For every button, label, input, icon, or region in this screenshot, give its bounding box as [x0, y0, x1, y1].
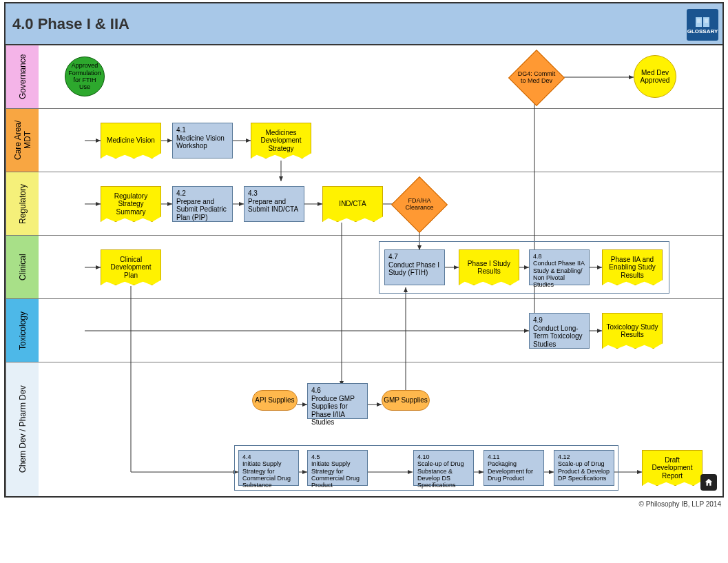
- node-medicine-vision: Medicine Vision: [101, 123, 161, 158]
- node-4-10: 4.10 Scale-up of Drug Substance & Develo…: [413, 450, 474, 486]
- glossary-button[interactable]: GLOSSARY: [687, 9, 718, 41]
- swimlane-diagram: 4.0 Phase I & IIA GLOSSARY: [4, 2, 724, 498]
- lane-toxicology: Toxicology 4.9 Conduct Long-Term Toxicol…: [6, 298, 722, 362]
- lane-label-chem-dev: Chem Dev / Pharm Dev: [6, 362, 39, 496]
- node-api-supplies: API Supplies: [252, 390, 298, 411]
- node-4-8: 4.8 Conduct Phase IIA Study & Enabling/ …: [529, 249, 590, 285]
- lane-label-toxicology: Toxicology: [6, 299, 39, 362]
- node-med-dev-approved: Med Dev Approved: [634, 55, 676, 98]
- diagram-title: 4.0 Phase I & IIA: [12, 15, 129, 33]
- lane-chem-dev: Chem Dev / Pharm Dev API Supplies 4.6 Pr…: [6, 362, 722, 496]
- glossary-label: GLOSSARY: [687, 28, 718, 34]
- node-4-5: 4.5 Initiate Supply Strategy for Commerc…: [307, 450, 368, 486]
- node-ind-cta: IND/CTA: [322, 186, 383, 222]
- home-button[interactable]: [700, 474, 717, 491]
- node-reg-strategy-summary: Regulatory Strategy Summary: [101, 186, 161, 222]
- lane-regulatory: Regulatory Regulatory Strategy Summary 4…: [6, 172, 722, 235]
- lane-care-area: Care Area/ MDT Medicine Vision 4.1 Medic…: [6, 108, 722, 172]
- node-medicines-dev-strategy: Medicines Development Strategy: [251, 123, 311, 158]
- lane-clinical: Clinical Clinical Development Plan 4.7 C…: [6, 235, 722, 298]
- lane-governance: Governance Approved Formulation for FTIH…: [6, 45, 722, 108]
- node-draft-dev-report: Draft Development Report: [642, 450, 703, 486]
- node-clinical-dev-plan: Clinical Development Plan: [101, 249, 161, 285]
- node-approved-formulation: Approved Formulation for FTIH Use: [65, 57, 105, 96]
- node-4-3: 4.3 Prepare and Submit IND/CTA: [244, 186, 304, 222]
- lane-label-regulatory: Regulatory: [6, 172, 39, 235]
- lane-label-care-area: Care Area/ MDT: [6, 109, 39, 172]
- lane-label-clinical: Clinical: [6, 236, 39, 298]
- node-4-9: 4.9 Conduct Long-Term Toxicology Studies: [529, 313, 590, 349]
- node-dg4-decision: DG4: Commit to Med Dev: [508, 50, 565, 106]
- node-4-12: 4.12 Scale-up of Drug Product & Develop …: [554, 450, 614, 486]
- diagram-header: 4.0 Phase I & IIA GLOSSARY: [6, 3, 722, 45]
- node-gmp-supplies: GMP Supplies: [382, 390, 430, 411]
- swimlanes: Governance Approved Formulation for FTIH…: [6, 45, 722, 496]
- node-4-6: 4.6 Produce GMP Supplies for Phase I/IIA…: [307, 383, 368, 419]
- book-icon: [694, 16, 711, 28]
- node-tox-results: Toxicology Study Results: [602, 313, 663, 349]
- node-4-1: 4.1 Medicine Vision Workshop: [172, 123, 233, 158]
- node-4-2: 4.2 Prepare and Submit Pediatric Plan (P…: [172, 186, 233, 222]
- node-phase2a-results: Phase IIA and Enabling Study Results: [602, 249, 663, 285]
- node-4-4: 4.4 Initiate Supply Strategy for Commerc…: [238, 450, 299, 486]
- footer-copyright: © Philosophy IB, LLP 2014: [0, 498, 728, 512]
- home-icon: [704, 478, 714, 487]
- lane-label-governance: Governance: [6, 45, 39, 108]
- node-4-7: 4.7 Conduct Phase I Study (FTIH): [384, 249, 445, 285]
- node-phase1-results: Phase I Study Results: [459, 249, 519, 285]
- node-fda-ha-clearance: FDA/HA Clearance: [391, 176, 448, 233]
- node-4-11: 4.11 Packaging Development for Drug Prod…: [483, 450, 544, 486]
